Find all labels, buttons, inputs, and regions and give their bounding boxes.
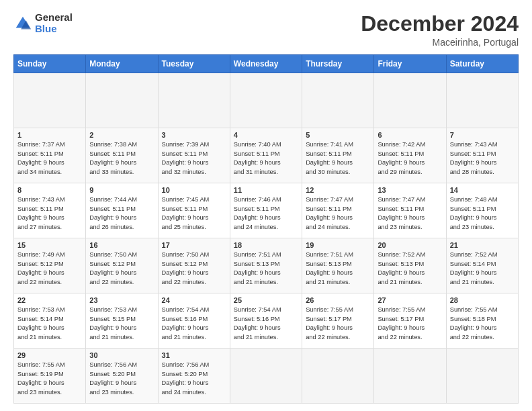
day-number: 4: [234, 131, 298, 139]
calendar-week-4: 22Sunrise: 7:53 AM Sunset: 5:14 PM Dayli…: [14, 293, 519, 349]
calendar-table: SundayMondayTuesdayWednesdayThursdayFrid…: [13, 54, 519, 404]
calendar-cell: [14, 73, 86, 128]
day-number: 8: [17, 186, 82, 194]
day-number: 14: [450, 186, 515, 194]
calendar-week-2: 8Sunrise: 7:43 AM Sunset: 5:11 PM Daylig…: [14, 183, 519, 238]
calendar-week-3: 15Sunrise: 7:49 AM Sunset: 5:12 PM Dayli…: [14, 238, 519, 293]
calendar-cell: [86, 73, 158, 128]
logo: General Blue: [13, 12, 73, 34]
calendar-cell: [302, 73, 374, 128]
day-number: 20: [378, 241, 442, 249]
calendar-cell: [158, 73, 230, 128]
calendar-week-1: 1Sunrise: 7:37 AM Sunset: 5:11 PM Daylig…: [14, 128, 519, 183]
day-info: Sunrise: 7:44 AM Sunset: 5:11 PM Dayligh…: [89, 195, 154, 232]
day-info: Sunrise: 7:55 AM Sunset: 5:17 PM Dayligh…: [306, 306, 370, 342]
calendar-cell: [374, 349, 446, 404]
calendar-cell: 19Sunrise: 7:51 AM Sunset: 5:13 PM Dayli…: [302, 238, 374, 293]
day-number: 12: [306, 186, 370, 194]
day-info: Sunrise: 7:53 AM Sunset: 5:14 PM Dayligh…: [17, 306, 82, 342]
day-number: 17: [162, 241, 226, 249]
day-number: 16: [89, 241, 154, 249]
main-title: December 2024: [361, 12, 519, 36]
calendar-cell: 25Sunrise: 7:54 AM Sunset: 5:16 PM Dayli…: [230, 293, 302, 349]
calendar-header-row: SundayMondayTuesdayWednesdayThursdayFrid…: [14, 55, 519, 73]
day-info: Sunrise: 7:47 AM Sunset: 5:11 PM Dayligh…: [306, 195, 370, 232]
calendar-cell: 14Sunrise: 7:48 AM Sunset: 5:11 PM Dayli…: [446, 183, 518, 238]
calendar-cell: 24Sunrise: 7:54 AM Sunset: 5:16 PM Dayli…: [158, 293, 230, 349]
day-info: Sunrise: 7:47 AM Sunset: 5:11 PM Dayligh…: [378, 195, 442, 232]
calendar-cell: [302, 349, 374, 404]
calendar-cell: 3Sunrise: 7:39 AM Sunset: 5:11 PM Daylig…: [158, 128, 230, 183]
day-number: 15: [17, 241, 82, 249]
calendar-cell: 29Sunrise: 7:55 AM Sunset: 5:19 PM Dayli…: [14, 349, 86, 404]
calendar-cell: 18Sunrise: 7:51 AM Sunset: 5:13 PM Dayli…: [230, 238, 302, 293]
header: General Blue December 2024 Maceirinha, P…: [13, 12, 519, 48]
day-number: 19: [306, 241, 370, 249]
day-info: Sunrise: 7:46 AM Sunset: 5:11 PM Dayligh…: [234, 195, 298, 232]
day-info: Sunrise: 7:41 AM Sunset: 5:11 PM Dayligh…: [306, 140, 370, 177]
day-info: Sunrise: 7:53 AM Sunset: 5:15 PM Dayligh…: [89, 306, 154, 342]
day-number: 13: [378, 186, 442, 194]
day-info: Sunrise: 7:52 AM Sunset: 5:13 PM Dayligh…: [378, 250, 442, 287]
calendar-week-0: [14, 73, 519, 128]
day-info: Sunrise: 7:54 AM Sunset: 5:16 PM Dayligh…: [234, 306, 298, 342]
calendar-cell: 2Sunrise: 7:38 AM Sunset: 5:11 PM Daylig…: [86, 128, 158, 183]
calendar-cell: 26Sunrise: 7:55 AM Sunset: 5:17 PM Dayli…: [302, 293, 374, 349]
day-number: 31: [162, 351, 226, 359]
calendar-cell: 23Sunrise: 7:53 AM Sunset: 5:15 PM Dayli…: [86, 293, 158, 349]
calendar-col-monday: Monday: [86, 55, 158, 73]
day-info: Sunrise: 7:52 AM Sunset: 5:14 PM Dayligh…: [450, 250, 515, 287]
calendar-cell: [230, 349, 302, 404]
day-number: 29: [17, 351, 82, 359]
day-info: Sunrise: 7:50 AM Sunset: 5:12 PM Dayligh…: [89, 250, 154, 287]
calendar-cell: 30Sunrise: 7:56 AM Sunset: 5:20 PM Dayli…: [86, 349, 158, 404]
calendar-cell: [374, 73, 446, 128]
day-info: Sunrise: 7:56 AM Sunset: 5:20 PM Dayligh…: [89, 361, 154, 397]
calendar-cell: 12Sunrise: 7:47 AM Sunset: 5:11 PM Dayli…: [302, 183, 374, 238]
day-info: Sunrise: 7:37 AM Sunset: 5:11 PM Dayligh…: [17, 140, 82, 177]
day-number: 27: [378, 296, 442, 304]
day-info: Sunrise: 7:43 AM Sunset: 5:11 PM Dayligh…: [450, 140, 515, 177]
calendar-cell: [446, 349, 518, 404]
calendar-cell: 21Sunrise: 7:52 AM Sunset: 5:14 PM Dayli…: [446, 238, 518, 293]
calendar-col-tuesday: Tuesday: [158, 55, 230, 73]
day-number: 2: [89, 131, 154, 139]
calendar-cell: 28Sunrise: 7:55 AM Sunset: 5:18 PM Dayli…: [446, 293, 518, 349]
calendar-cell: 4Sunrise: 7:40 AM Sunset: 5:11 PM Daylig…: [230, 128, 302, 183]
day-number: 25: [234, 296, 298, 304]
day-number: 5: [306, 131, 370, 139]
calendar-cell: 27Sunrise: 7:55 AM Sunset: 5:17 PM Dayli…: [374, 293, 446, 349]
day-info: Sunrise: 7:55 AM Sunset: 5:19 PM Dayligh…: [17, 361, 82, 397]
day-number: 21: [450, 241, 515, 249]
day-info: Sunrise: 7:39 AM Sunset: 5:11 PM Dayligh…: [162, 140, 226, 177]
day-number: 7: [450, 131, 515, 139]
day-info: Sunrise: 7:48 AM Sunset: 5:11 PM Dayligh…: [450, 195, 515, 232]
calendar-col-friday: Friday: [374, 55, 446, 73]
calendar-col-sunday: Sunday: [14, 55, 86, 73]
day-number: 11: [234, 186, 298, 194]
day-info: Sunrise: 7:54 AM Sunset: 5:16 PM Dayligh…: [162, 306, 226, 342]
day-info: Sunrise: 7:49 AM Sunset: 5:12 PM Dayligh…: [17, 250, 82, 287]
day-info: Sunrise: 7:55 AM Sunset: 5:18 PM Dayligh…: [450, 306, 515, 342]
day-info: Sunrise: 7:50 AM Sunset: 5:12 PM Dayligh…: [162, 250, 226, 287]
calendar-cell: 15Sunrise: 7:49 AM Sunset: 5:12 PM Dayli…: [14, 238, 86, 293]
day-number: 28: [450, 296, 515, 304]
day-info: Sunrise: 7:38 AM Sunset: 5:11 PM Dayligh…: [89, 140, 154, 177]
calendar-cell: 8Sunrise: 7:43 AM Sunset: 5:11 PM Daylig…: [14, 183, 86, 238]
logo-blue: Blue: [35, 24, 73, 35]
day-number: 9: [89, 186, 154, 194]
calendar-cell: 17Sunrise: 7:50 AM Sunset: 5:12 PM Dayli…: [158, 238, 230, 293]
calendar-col-saturday: Saturday: [446, 55, 518, 73]
day-info: Sunrise: 7:45 AM Sunset: 5:11 PM Dayligh…: [162, 195, 226, 232]
day-number: 18: [234, 241, 298, 249]
calendar-cell: 13Sunrise: 7:47 AM Sunset: 5:11 PM Dayli…: [374, 183, 446, 238]
logo-text: General Blue: [35, 12, 73, 34]
title-block: December 2024 Maceirinha, Portugal: [361, 12, 519, 48]
calendar-cell: 6Sunrise: 7:42 AM Sunset: 5:11 PM Daylig…: [374, 128, 446, 183]
calendar-cell: 20Sunrise: 7:52 AM Sunset: 5:13 PM Dayli…: [374, 238, 446, 293]
calendar-cell: [446, 73, 518, 128]
day-number: 23: [89, 296, 154, 304]
calendar-col-wednesday: Wednesday: [230, 55, 302, 73]
day-number: 6: [378, 131, 442, 139]
day-info: Sunrise: 7:51 AM Sunset: 5:13 PM Dayligh…: [306, 250, 370, 287]
